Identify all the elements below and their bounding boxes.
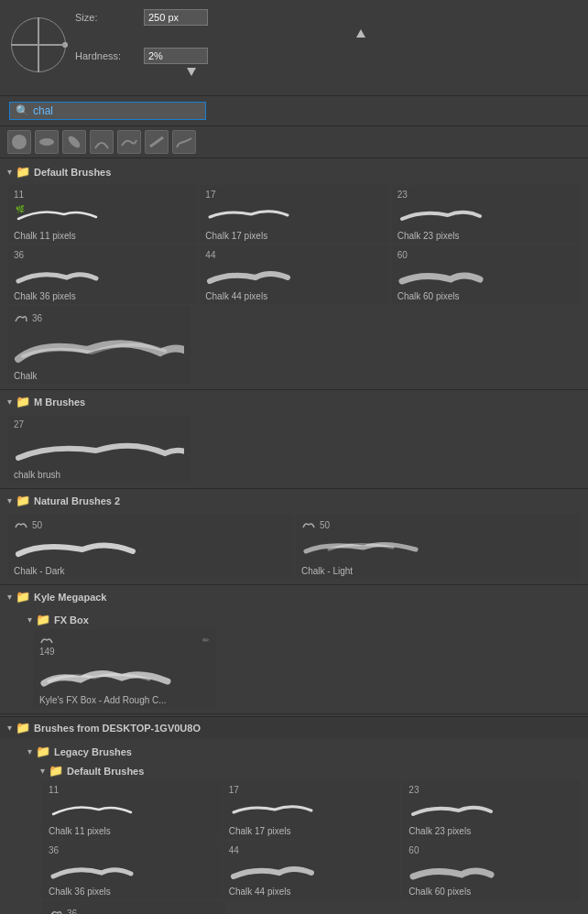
brush-preview-chalk-brush — [14, 430, 184, 467]
chevron-desktop: ▾ — [7, 723, 12, 733]
results-area: ▾ 📁 Default Brushes 11 🌿 Chalk 11 pixels… — [0, 158, 588, 914]
preset-brush-5[interactable] — [117, 130, 141, 154]
brush-panel: Size: Hardness: 🔍 — [0, 0, 588, 914]
svg-point-1 — [39, 138, 54, 146]
legacy-content: ▾ 📁 Default Brushes 11 Chalk 11 pixels — [22, 761, 581, 914]
divider-3 — [0, 584, 588, 585]
folder-icon-natural2: 📁 — [16, 494, 30, 507]
brush-item-kyle-fx[interactable]: ✏ 149 Kyle's FX Box - Add Rough C... — [33, 629, 216, 708]
search-input[interactable] — [33, 104, 198, 117]
folder-icon-kyle: 📁 — [16, 590, 30, 604]
brush-item-chalk44[interactable]: 44 Chalk 44 pixels — [199, 245, 388, 304]
brush-item-chalk36[interactable]: 36 Chalk 36 pixels — [7, 245, 197, 304]
group-header-fx-box[interactable]: ▾ 📁 FX Box — [22, 610, 581, 629]
brush-item-chalk23-2[interactable]: 23 Chalk 23 pixels — [402, 780, 581, 839]
group-header-m-brushes[interactable]: ▾ 📁 M Brushes — [0, 392, 588, 411]
search-box: 🔍 — [9, 102, 206, 120]
kyle-megapack-content: ▾ 📁 FX Box ✏ 149 — [0, 606, 588, 712]
divider-2 — [0, 488, 588, 489]
preset-brush-6[interactable] — [145, 130, 169, 154]
brush-preview-chalk36 — [14, 261, 191, 288]
group-header-kyle[interactable]: ▾ 📁 Kyle Megapack — [0, 587, 588, 606]
preset-brushes-row — [0, 126, 588, 158]
size-slider-up[interactable] — [356, 29, 365, 38]
desktop-group-content: ▾ 📁 Legacy Brushes ▾ 📁 Default Brushes — [0, 738, 588, 914]
default-brushes-content: 11 🌿 Chalk 11 pixels 17 Chalk 17 pixels — [0, 181, 588, 387]
chalk-brush-grid-2: 11 Chalk 11 pixels 17 — [42, 780, 581, 899]
brush-item-chalk17-2[interactable]: 17 Chalk 17 pixels — [223, 780, 401, 839]
group-header-natural2[interactable]: ▾ 📁 Natural Brushes 2 — [0, 491, 588, 510]
brush-item-chalk-2[interactable]: 36 Chalk — [42, 901, 225, 914]
folder-icon-legacy: 📁 — [36, 745, 50, 758]
legacy-brushes-label: Legacy Brushes — [54, 746, 132, 757]
preset-brush-7[interactable] — [172, 130, 196, 154]
brush-preview-chalk60 — [397, 261, 574, 288]
preset-brush-4[interactable] — [90, 130, 114, 154]
brush-preview-chalk17 — [205, 201, 382, 228]
brush-item-chalk60[interactable]: 60 Chalk 60 pixels — [391, 245, 581, 304]
chevron-fx: ▾ — [27, 615, 32, 625]
search-row: 🔍 — [0, 96, 588, 126]
chevron-kyle: ▾ — [7, 592, 12, 602]
desktop-group-label: Brushes from DESKTOP-1GV0U8O — [34, 723, 201, 734]
brush-item-chalk36-2[interactable]: 36 Chalk 36 pixels — [42, 841, 221, 899]
brush-preview-chalk-light — [301, 531, 574, 563]
settings-fields: Size: Hardness: — [75, 9, 577, 81]
divider-1 — [0, 389, 588, 390]
svg-line-3 — [150, 137, 163, 147]
divider-4 — [0, 713, 588, 714]
chevron-natural2: ▾ — [7, 495, 12, 506]
hardness-input[interactable] — [144, 48, 208, 64]
pencil-edit-icon: ✏ — [202, 636, 210, 645]
brush-dot — [62, 42, 68, 48]
brush-item-chalk-dark[interactable]: 50 Chalk - Dark — [7, 514, 293, 579]
brush-item-chalk11-2[interactable]: 11 Chalk 11 pixels — [42, 780, 221, 839]
fx-box-content: ✏ 149 Kyle's FX Box - Add Rough C... — [22, 629, 581, 708]
group-header-default-brushes[interactable]: ▾ 📁 Default Brushes — [0, 162, 588, 181]
svg-point-0 — [12, 135, 27, 149]
brush-preview-chalk11: 🌿 — [14, 201, 191, 228]
natural-brushes-2-content: 50 Chalk - Dark 50 — [0, 510, 588, 582]
size-input[interactable] — [144, 9, 208, 26]
brush-item-chalk-brush[interactable]: 27 chalk brush — [7, 415, 191, 483]
default-brushes-label: Default Brushes — [34, 167, 111, 178]
m-brushes-label: M Brushes — [34, 397, 85, 408]
folder-icon-m: 📁 — [16, 395, 30, 408]
brush-item-chalk[interactable]: 36 Chalk — [7, 306, 191, 384]
preset-brush-1[interactable] — [7, 130, 31, 154]
chevron-m: ▾ — [7, 397, 12, 407]
brush-item-chalk-light[interactable]: 50 Chalk - Light — [295, 514, 581, 579]
chevron-default: ▾ — [7, 167, 12, 177]
group-header-desktop[interactable]: ▾ 📁 Brushes from DESKTOP-1GV0U8O — [0, 716, 588, 738]
natural2-brush-grid: 50 Chalk - Dark 50 — [7, 514, 581, 579]
brush-item-chalk11[interactable]: 11 🌿 Chalk 11 pixels — [7, 185, 197, 244]
group-header-legacy[interactable]: ▾ 📁 Legacy Brushes — [22, 742, 581, 761]
chevron-legacy: ▾ — [27, 746, 32, 756]
brush-item-chalk17[interactable]: 17 Chalk 17 pixels — [199, 185, 388, 244]
svg-text:🌿: 🌿 — [16, 204, 25, 213]
brush-preview-chalk23 — [397, 201, 574, 228]
brush-item-chalk44-2[interactable]: 44 Chalk 44 pixels — [223, 841, 401, 899]
default-brushes-sub-label: Default Brushes — [67, 766, 144, 777]
brush-settings: Size: Hardness: — [0, 0, 588, 96]
folder-icon-desktop: 📁 — [16, 721, 30, 734]
brush-item-chalk60-2[interactable]: 60 Chalk 60 pixels — [402, 841, 581, 899]
brush-preview-chalk-wide — [14, 327, 184, 368]
search-icon: 🔍 — [16, 104, 29, 117]
brush-preview-kyle-fx — [39, 658, 210, 692]
legacy-brushes-nested: ▾ 📁 Legacy Brushes ▾ 📁 Default Brushes — [7, 742, 581, 914]
fx-box-label: FX Box — [54, 615, 89, 626]
natural-brushes-2-label: Natural Brushes 2 — [34, 495, 120, 506]
kyle-megapack-label: Kyle Megapack — [34, 592, 106, 603]
brush-preview-circle — [11, 17, 66, 72]
brush-item-chalk23[interactable]: 23 Chalk 23 pixels — [391, 185, 581, 244]
m-brushes-content: 27 chalk brush — [0, 411, 588, 486]
hardness-slider-down[interactable] — [187, 68, 196, 76]
preset-brush-3[interactable] — [62, 130, 86, 154]
size-label: Size: — [75, 12, 144, 23]
brush-preview-chalk44 — [205, 261, 382, 288]
preset-brush-2[interactable] — [35, 130, 59, 154]
hardness-label: Hardness: — [75, 50, 144, 61]
group-header-default-sub[interactable]: ▾ 📁 Default Brushes — [35, 761, 581, 780]
default-brushes-sub-content: 11 Chalk 11 pixels 17 — [35, 780, 581, 914]
